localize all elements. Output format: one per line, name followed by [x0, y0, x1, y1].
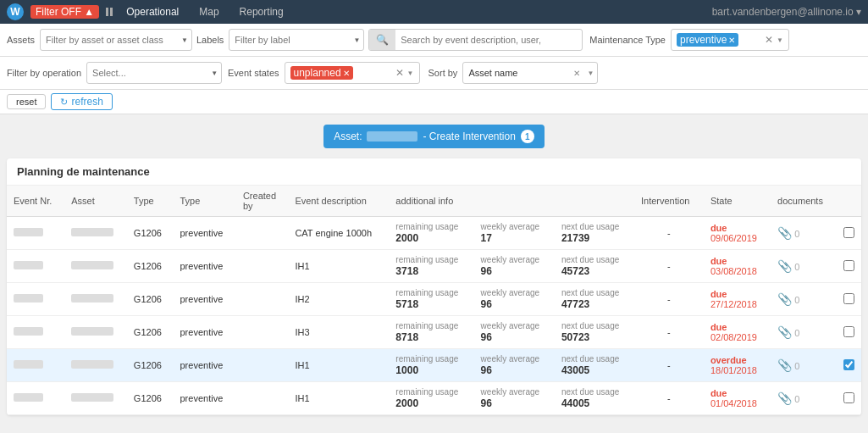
row-checkbox[interactable] [843, 260, 854, 271]
cell-next-due: next due usage 47723 [555, 283, 634, 316]
cell-created-by [236, 382, 288, 415]
cell-created-by [236, 349, 288, 382]
intervention-banner[interactable]: Asset: - Create Intervention 1 [323, 125, 545, 148]
col-asset: Asset [64, 186, 127, 217]
cell-type1: G1206 [127, 349, 174, 382]
cell-asset [64, 217, 127, 250]
unplanned-chip: unplanned ✕ [290, 66, 353, 80]
row-checkbox[interactable] [843, 227, 854, 238]
sort-clear-btn[interactable]: ✕ [570, 69, 583, 78]
cell-state: due 03/08/2018 [704, 250, 771, 283]
sort-by-box: Asset name ✕ ▼ [462, 62, 598, 84]
event-states-box: unplanned ✕ ✕ ▼ [285, 62, 420, 84]
attachment-icon: 📎 [777, 391, 792, 405]
maint-type-clear[interactable]: ✕ [765, 34, 773, 46]
search-bar: 🔍 [368, 29, 583, 51]
user-email[interactable]: bart.vandenbergen@allinone.io ▾ [712, 6, 861, 18]
cell-type2: preventive [174, 283, 236, 316]
labels-label: Labels [196, 35, 224, 45]
col-created-by: Createdby [236, 186, 288, 217]
cell-state: due 09/06/2019 [704, 217, 771, 250]
nav-operational[interactable]: Operational [119, 6, 185, 18]
cell-next-due: next due usage 44005 [555, 382, 634, 415]
banner-count: 1 [521, 130, 534, 143]
assets-select-wrapper [40, 29, 192, 51]
col-checkbox [837, 186, 861, 217]
table-header-row: Event Nr. Asset Type Type Createdby Even… [7, 186, 861, 217]
operation-filter: Filter by operation ▼ [7, 62, 219, 84]
cell-remaining-usage: remaining usage 5718 [389, 283, 473, 316]
row-checkbox[interactable] [843, 326, 854, 337]
cell-event-nr [7, 349, 64, 382]
search-input[interactable] [395, 35, 582, 45]
app-logo[interactable]: W [7, 3, 24, 20]
table-section: Planning de maintenance Event Nr. Asset … [7, 158, 861, 415]
cell-asset [64, 382, 127, 415]
cell-docs: 📎 0 [771, 283, 837, 316]
operation-input[interactable] [86, 62, 222, 84]
col-documents: documents [771, 186, 837, 217]
labels-input[interactable] [229, 29, 364, 51]
cell-checkbox[interactable] [837, 316, 861, 349]
assets-filter: Assets ▼ [7, 29, 190, 51]
maint-type-arrow[interactable]: ▼ [777, 36, 783, 44]
doc-count: 0 [794, 295, 799, 305]
row-checkbox[interactable] [843, 359, 854, 370]
cell-checkbox[interactable] [837, 382, 861, 415]
pause-bar-2 [110, 8, 113, 16]
table-row: G1206 preventive IH1 remaining usage 100… [7, 349, 861, 382]
cell-checkbox[interactable] [837, 250, 861, 283]
refresh-button[interactable]: ↻ refresh [51, 93, 112, 110]
cell-weekly-avg: weekly average 96 [474, 250, 555, 283]
table-row: G1206 preventive IH2 remaining usage 571… [7, 283, 861, 316]
event-states-filter: Event states unplanned ✕ ✕ ▼ [228, 62, 420, 84]
search-icon: 🔍 [376, 34, 389, 46]
banner-create-text: - Create Intervention [423, 130, 515, 142]
cell-intervention: - [634, 217, 704, 250]
cell-remaining-usage: remaining usage 1000 [389, 349, 473, 382]
cell-event-desc: IH3 [288, 316, 389, 349]
cell-checkbox[interactable] [837, 283, 861, 316]
sort-arrow[interactable]: ▼ [583, 69, 597, 77]
cell-intervention: - [634, 349, 704, 382]
cell-remaining-usage: remaining usage 3718 [389, 250, 473, 283]
event-states-clear[interactable]: ✕ [395, 67, 404, 79]
cell-docs: 📎 0 [771, 349, 837, 382]
remove-preventive-chip[interactable]: ✕ [728, 36, 735, 45]
row-checkbox[interactable] [843, 293, 854, 304]
table-row: G1206 preventive IH3 remaining usage 871… [7, 316, 861, 349]
nav-reporting[interactable]: Reporting [233, 6, 290, 18]
cell-type2: preventive [174, 217, 236, 250]
col-additional-info: additional info [389, 186, 634, 217]
event-states-arrow[interactable]: ▼ [407, 69, 414, 77]
cell-checkbox[interactable] [837, 217, 861, 250]
operation-select-wrapper [86, 62, 222, 84]
cell-checkbox[interactable] [837, 349, 861, 382]
cell-state: due 02/08/2019 [704, 316, 771, 349]
cell-docs: 📎 0 [771, 217, 837, 250]
assets-input[interactable] [40, 29, 192, 51]
cell-weekly-avg: weekly average 96 [474, 349, 555, 382]
nav-map[interactable]: Map [192, 6, 225, 18]
search-button[interactable]: 🔍 [369, 30, 395, 50]
pause-bar-1 [106, 8, 108, 16]
pause-button[interactable] [106, 8, 113, 16]
cell-created-by [236, 217, 288, 250]
cell-next-due: next due usage 43005 [555, 349, 634, 382]
cell-weekly-avg: weekly average 17 [474, 217, 555, 250]
cell-type1: G1206 [127, 283, 174, 316]
cell-event-nr [7, 283, 64, 316]
cell-type1: G1206 [127, 382, 174, 415]
cell-event-desc: CAT engine 1000h [288, 217, 389, 250]
cell-intervention: - [634, 250, 704, 283]
filter-tag[interactable]: Filter OFF ▲ [30, 5, 99, 19]
reset-button[interactable]: reset [7, 94, 46, 109]
cell-remaining-usage: remaining usage 2000 [389, 382, 473, 415]
cell-created-by [236, 250, 288, 283]
col-state: State [704, 186, 771, 217]
event-states-label: Event states [228, 68, 279, 78]
col-event-desc: Event description [288, 186, 389, 217]
col-type1: Type [127, 186, 174, 217]
row-checkbox[interactable] [843, 392, 854, 403]
remove-unplanned-chip[interactable]: ✕ [343, 69, 350, 78]
